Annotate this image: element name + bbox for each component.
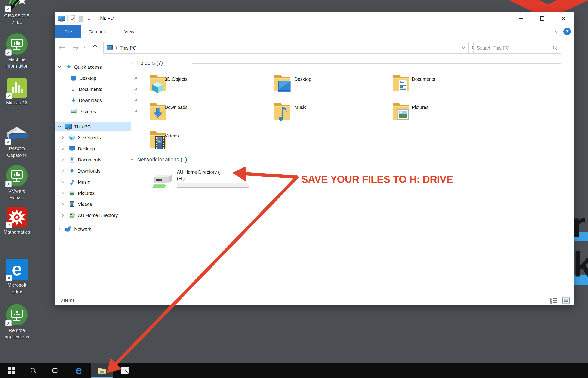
desktop-icon bbox=[69, 146, 75, 151]
chevron-right-icon[interactable] bbox=[58, 227, 60, 231]
chevron-down-icon[interactable] bbox=[130, 62, 134, 64]
pane-divider bbox=[128, 57, 128, 295]
shortcut-arrow-icon bbox=[5, 139, 11, 145]
pin-icon[interactable] bbox=[134, 98, 138, 103]
back-button[interactable] bbox=[57, 43, 66, 52]
sidebar-item-au-home-directory[interactable]: AU Home Directory bbox=[55, 211, 135, 220]
drive-letter: (H:) bbox=[177, 176, 184, 181]
edge-icon: e bbox=[75, 364, 82, 376]
desktop-icon-mathematica[interactable]: Mathematica bbox=[0, 207, 34, 235]
desktop-icon-microsoft-edge[interactable]: e MicrosoftEdge bbox=[0, 259, 34, 295]
quick-access-star-icon bbox=[65, 64, 71, 70]
window-title: This PC bbox=[97, 16, 114, 21]
chevron-right-icon[interactable] bbox=[62, 191, 64, 195]
sidebar-item-downloads[interactable]: Downloads bbox=[55, 166, 135, 176]
tab-computer[interactable]: Computer bbox=[85, 25, 113, 38]
taskbar-edge-button[interactable]: e bbox=[73, 363, 84, 378]
cube-icon bbox=[69, 135, 75, 141]
desktop-icon-machine-information[interactable]: MachineInformation bbox=[0, 33, 34, 69]
sidebar-item-qa-desktop[interactable]: Desktop bbox=[55, 74, 144, 83]
desktop-icon bbox=[70, 75, 77, 81]
title-bar[interactable]: This PC bbox=[55, 12, 574, 25]
maximize-button[interactable] bbox=[535, 13, 550, 24]
start-button[interactable] bbox=[6, 363, 17, 378]
desktop-icon-remote-applications[interactable]: Remoteapplications bbox=[0, 304, 34, 340]
chevron-right-icon[interactable] bbox=[62, 203, 64, 206]
forward-button[interactable] bbox=[71, 43, 80, 52]
sidebar-item-this-pc[interactable]: This PC bbox=[55, 122, 131, 131]
ribbon: File Computer View ? bbox=[55, 25, 574, 38]
shortcut-arrow-icon bbox=[6, 275, 12, 281]
shortcut-arrow-icon bbox=[5, 181, 12, 187]
address-box[interactable]: This PC bbox=[103, 42, 469, 54]
chevron-right-icon[interactable] bbox=[62, 158, 64, 162]
network-drive-icon bbox=[69, 213, 75, 218]
sidebar-item-qa-documents[interactable]: Documents bbox=[55, 85, 144, 94]
minimize-button[interactable] bbox=[513, 13, 528, 24]
chevron-down-icon[interactable] bbox=[130, 159, 134, 161]
recent-locations-chevron-icon[interactable] bbox=[82, 43, 89, 52]
sidebar-item-videos[interactable]: Videos bbox=[55, 200, 135, 209]
desktop-icon-label: Mathematica bbox=[0, 229, 37, 235]
task-view-button[interactable] bbox=[50, 363, 61, 378]
chevron-down-icon[interactable] bbox=[58, 126, 61, 128]
picture-icon bbox=[70, 109, 77, 114]
sidebar-item-qa-downloads[interactable]: Downloads bbox=[55, 96, 144, 105]
chevron-right-icon[interactable] bbox=[62, 169, 64, 173]
up-button[interactable] bbox=[91, 43, 100, 52]
pin-icon[interactable] bbox=[134, 87, 138, 91]
sidebar-item-3d-objects[interactable]: 3D Objects bbox=[55, 133, 135, 142]
sidebar-item-desktop[interactable]: Desktop bbox=[55, 144, 135, 153]
tab-view[interactable]: View bbox=[118, 25, 141, 38]
mail-envelope-icon bbox=[120, 367, 129, 374]
breadcrumb[interactable]: This PC bbox=[120, 45, 136, 51]
chevron-right-icon[interactable] bbox=[62, 147, 64, 150]
search-box[interactable] bbox=[473, 42, 561, 54]
chevron-down-icon[interactable] bbox=[58, 66, 61, 68]
drive-capacity-bar bbox=[177, 183, 249, 188]
taskbar: e bbox=[0, 363, 588, 378]
annotation-text: SAVE YOUR FILES TO H: DRIVE bbox=[301, 174, 453, 185]
desktop-icon-vmware-horizon[interactable]: VMwareHoriz... bbox=[0, 165, 34, 201]
help-icon[interactable]: ? bbox=[563, 28, 571, 35]
chevron-right-icon[interactable] bbox=[62, 180, 64, 184]
search-icon[interactable] bbox=[553, 45, 558, 50]
sidebar-item-qa-pictures[interactable]: Pictures bbox=[55, 107, 144, 116]
sidebar-item-quick-access[interactable]: Quick access bbox=[55, 62, 131, 72]
desktop-icon-grass-gis[interactable]: GRASS GIS7.4.1 bbox=[0, 0, 34, 26]
properties-check-icon[interactable] bbox=[70, 15, 76, 22]
pin-icon[interactable] bbox=[134, 76, 138, 80]
taskbar-search-button[interactable] bbox=[28, 363, 39, 378]
item-count: 8 items bbox=[60, 298, 75, 303]
network-locations-section-header[interactable]: Network locations (1) bbox=[130, 157, 187, 163]
pin-icon[interactable] bbox=[134, 109, 138, 114]
sidebar-item-documents[interactable]: Documents bbox=[55, 155, 135, 164]
taskbar-mail-button[interactable] bbox=[119, 363, 131, 378]
new-folder-icon[interactable] bbox=[78, 15, 84, 22]
address-dropdown-chevron-icon[interactable] bbox=[461, 46, 465, 49]
folders-section-header[interactable]: Folders (7) bbox=[130, 60, 163, 66]
large-icons-view-button[interactable] bbox=[562, 297, 570, 304]
sidebar-item-pictures[interactable]: Pictures bbox=[55, 189, 135, 198]
picture-icon bbox=[69, 191, 75, 196]
sidebar-item-music[interactable]: Music bbox=[55, 177, 135, 187]
taskbar-file-explorer-button[interactable] bbox=[91, 363, 113, 378]
separator bbox=[83, 297, 83, 304]
desktop-icon-label: PASCOCapstone bbox=[0, 146, 37, 159]
drive-name: AU Home Directory (j bbox=[177, 170, 221, 175]
ribbon-expand-chevron-icon[interactable] bbox=[554, 30, 559, 34]
close-button[interactable] bbox=[556, 13, 571, 24]
separator bbox=[67, 15, 67, 22]
shortcut-arrow-icon bbox=[5, 6, 11, 12]
tab-file[interactable]: File bbox=[55, 25, 81, 38]
desktop-icon-minitab[interactable]: Minitab 18 bbox=[0, 78, 34, 106]
details-view-button[interactable] bbox=[550, 297, 558, 304]
desktop-icon-pasco-capstone[interactable]: PASCOCapstone bbox=[0, 126, 34, 159]
chevron-right-icon[interactable] bbox=[62, 136, 64, 139]
address-bar-row: This PC bbox=[55, 38, 574, 57]
document-icon bbox=[399, 80, 407, 92]
qat-customize-chevron-icon[interactable] bbox=[87, 17, 91, 21]
chevron-right-icon[interactable] bbox=[62, 214, 64, 217]
search-input[interactable] bbox=[476, 43, 549, 53]
sidebar-item-network[interactable]: Network bbox=[55, 224, 131, 234]
